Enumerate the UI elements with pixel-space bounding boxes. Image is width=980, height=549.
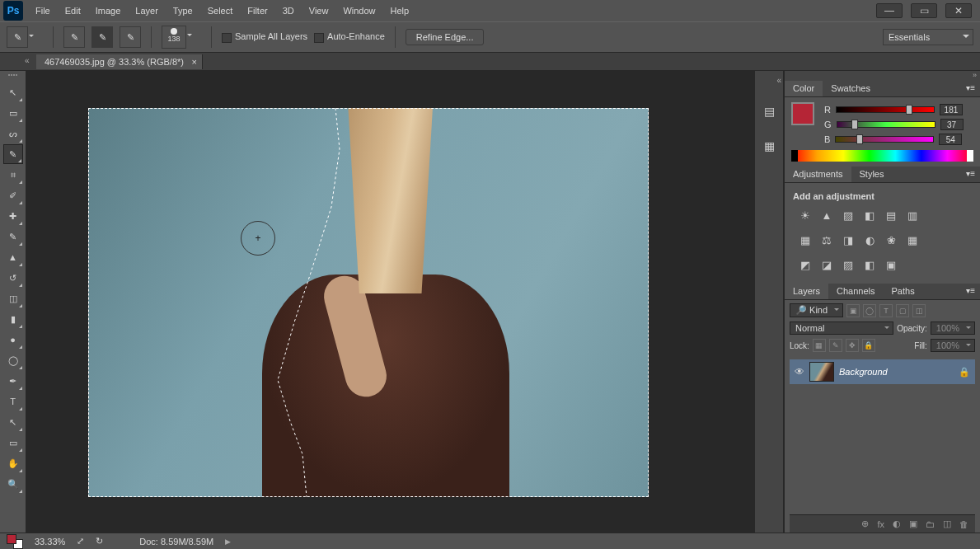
marquee-tool[interactable]: ▭ [3, 103, 23, 123]
status-icon[interactable]: ↻ [96, 536, 103, 547]
layer-lock-icon[interactable]: ✥ [846, 339, 859, 352]
path-selection-tool[interactable]: ↖ [3, 412, 23, 432]
layers-footer-button[interactable]: 🗑 [959, 519, 968, 529]
menu-filter[interactable]: Filter [240, 2, 274, 20]
adjustment-icon[interactable]: ◧ [862, 257, 877, 272]
adjustment-icon[interactable]: ◪ [819, 257, 834, 272]
layer-filter-type[interactable]: 🔎 Kind [790, 303, 843, 317]
zoom-level[interactable]: 33.33% [35, 537, 65, 547]
layer-lock-icon[interactable]: ▦ [813, 339, 826, 352]
layer-filter-icon[interactable]: T [879, 304, 893, 317]
foreground-swatch[interactable] [7, 534, 16, 544]
properties-panel-icon[interactable]: ▦ [759, 136, 779, 156]
adjustment-icon[interactable]: ▨ [841, 257, 856, 272]
layer-filter-icon[interactable]: ▢ [896, 304, 909, 317]
menu-image[interactable]: Image [88, 2, 129, 20]
blend-mode-select[interactable]: Normal [790, 321, 893, 335]
healing-tool[interactable]: ✚ [3, 206, 23, 226]
type-tool[interactable]: T [3, 392, 23, 411]
adjustment-icon[interactable]: ☀ [798, 208, 813, 223]
tab-layers[interactable]: Layers [785, 284, 828, 299]
tab-adjustments[interactable]: Adjustments [785, 167, 851, 182]
toolbox-grip[interactable] [2, 74, 25, 81]
adjustment-icon[interactable]: ❀ [884, 232, 898, 247]
adjustment-icon[interactable]: ▥ [905, 208, 920, 223]
tab-channels[interactable]: Channels [828, 284, 883, 299]
adjustment-icon[interactable]: ▨ [841, 208, 856, 223]
b-slider[interactable] [835, 136, 934, 143]
shape-tool[interactable]: ▭ [3, 433, 23, 453]
history-brush-tool[interactable]: ↺ [3, 268, 23, 288]
canvas-area[interactable]: + [26, 71, 754, 533]
hand-tool[interactable]: ✋ [3, 453, 23, 473]
g-value[interactable]: 37 [940, 119, 964, 130]
adjustment-icon[interactable]: ⚖ [819, 232, 834, 247]
stamp-tool[interactable]: ▲ [3, 247, 23, 267]
quick-selection-tool[interactable]: ✎ [3, 144, 23, 164]
document-canvas[interactable]: + [88, 108, 649, 497]
foreground-color-swatch[interactable] [791, 102, 814, 125]
workspace-selector[interactable]: Essentials [883, 29, 973, 45]
adjustment-icon[interactable]: ▤ [884, 208, 898, 223]
r-slider[interactable] [836, 106, 935, 113]
dodge-tool[interactable]: ◯ [3, 350, 23, 370]
gradient-tool[interactable]: ▮ [3, 309, 23, 329]
auto-enhance-option[interactable]: Auto-Enhance [314, 31, 385, 42]
move-tool[interactable]: ↖ [3, 82, 23, 102]
layer-name[interactable]: Background [839, 367, 954, 377]
sample-all-layers-option[interactable]: Sample All Layers [222, 31, 307, 42]
adjustment-icon[interactable]: ▣ [884, 257, 898, 272]
menu-window[interactable]: Window [335, 2, 382, 20]
adjustment-icon[interactable]: ▦ [905, 232, 920, 247]
panel-menu-button[interactable]: ▾≡ [961, 81, 980, 96]
layers-footer-button[interactable]: ⊕ [861, 518, 869, 529]
r-value[interactable]: 181 [940, 104, 963, 115]
adjustment-icon[interactable]: ◨ [841, 232, 856, 247]
lasso-tool[interactable]: ᔕ [3, 124, 23, 143]
menu-3d[interactable]: 3D [275, 2, 302, 20]
layers-footer-button[interactable]: ◫ [943, 518, 951, 529]
eraser-tool[interactable]: ◫ [3, 289, 23, 308]
color-ramp[interactable] [791, 150, 973, 162]
g-slider[interactable] [837, 121, 935, 128]
maximize-button[interactable]: ▭ [911, 3, 937, 18]
tab-swatches[interactable]: Swatches [823, 81, 879, 96]
color-swatch-pair[interactable] [7, 534, 23, 549]
layers-footer-button[interactable]: ▣ [909, 518, 917, 529]
layers-footer-button[interactable]: ◐ [893, 518, 901, 529]
menu-type[interactable]: Type [166, 2, 200, 20]
adjustment-icon[interactable]: ◐ [862, 232, 877, 247]
zoom-tool[interactable]: 🔍 [3, 474, 23, 494]
add-selection-button[interactable] [91, 26, 113, 48]
dock-collapse-button[interactable]: « [775, 74, 783, 87]
menu-view[interactable]: View [302, 2, 336, 20]
brush-size-picker[interactable]: 138 [162, 26, 186, 49]
b-value[interactable]: 54 [939, 134, 962, 145]
brush-tool[interactable]: ✎ [3, 227, 23, 246]
layers-footer-button[interactable]: fx [877, 519, 884, 529]
menu-file[interactable]: File [28, 2, 58, 20]
layer-filter-icon[interactable]: ◯ [863, 304, 876, 317]
new-selection-button[interactable] [63, 26, 85, 48]
adjustment-icon[interactable]: ▦ [798, 232, 813, 247]
eyedropper-tool[interactable]: ✐ [3, 185, 23, 205]
crop-tool[interactable]: ⌗ [3, 165, 23, 185]
menu-layer[interactable]: Layer [128, 2, 166, 20]
adjustment-icon[interactable]: ▲ [819, 208, 834, 223]
history-panel-icon[interactable]: ▤ [759, 101, 779, 121]
panel-menu-button[interactable]: ▾≡ [961, 167, 980, 182]
layers-footer-button[interactable]: 🗀 [926, 519, 935, 529]
opacity-value[interactable]: 100% [931, 321, 975, 335]
close-tab-button[interactable]: × [192, 57, 197, 67]
tab-paths[interactable]: Paths [884, 284, 923, 299]
refine-edge-button[interactable]: Refine Edge... [406, 29, 485, 45]
panel-menu-button[interactable]: ▾≡ [961, 284, 980, 299]
panels-collapse-button[interactable]: » [785, 71, 980, 81]
menu-help[interactable]: Help [383, 2, 417, 20]
blur-tool[interactable]: ● [3, 330, 23, 350]
subtract-selection-button[interactable] [120, 26, 141, 48]
status-menu-button[interactable]: ▶ [225, 537, 231, 546]
pen-tool[interactable]: ✒ [3, 371, 23, 391]
document-tab[interactable]: 467469035.jpg @ 33.3% (RGB/8*) × [36, 54, 203, 69]
status-icon[interactable]: ⤢ [77, 536, 84, 547]
